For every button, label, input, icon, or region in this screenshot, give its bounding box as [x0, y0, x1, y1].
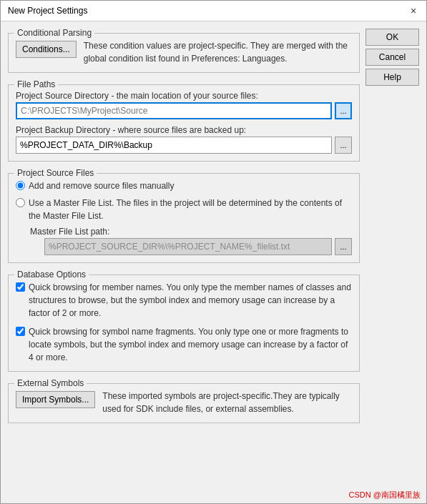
database-options-section: Database Options Quick browsing for memb…	[8, 275, 360, 372]
file-paths-content: Project Source Directory - the main loca…	[16, 91, 352, 154]
dialog-body: Conditional Parsing Conditions... These …	[1, 21, 426, 487]
check2[interactable]	[16, 327, 25, 336]
source-dir-row: ...	[16, 102, 352, 119]
help-button[interactable]: Help	[365, 69, 419, 86]
dialog-title: New Project Settings	[8, 6, 87, 16]
radio-manual-row: Add and remove source files manually	[16, 179, 352, 192]
file-paths-section: File Paths Project Source Directory - th…	[8, 84, 360, 162]
source-dir-browse[interactable]: ...	[335, 102, 352, 119]
source-dir-label: Project Source Directory - the main loca…	[16, 91, 352, 101]
cond-description: These condition values are project-speci…	[84, 39, 352, 65]
check1-label: Quick browsing for member names. You onl…	[29, 281, 352, 320]
radio-master-row: Use a Master File List. The files in the…	[16, 197, 352, 222]
main-content: Conditional Parsing Conditions... These …	[8, 29, 360, 480]
backup-dir-input[interactable]	[16, 137, 332, 154]
external-symbols-label: External Symbols	[14, 378, 87, 388]
external-symbols-section: External Symbols Import Symbols... These…	[8, 383, 360, 423]
import-symbols-button[interactable]: Import Symbols...	[16, 391, 95, 408]
radio-master-label: Use a Master File List. The files in the…	[29, 197, 352, 222]
check1[interactable]	[16, 282, 25, 292]
backup-dir-group: Project Backup Directory - where source …	[16, 125, 352, 154]
side-buttons: OK Cancel Help	[365, 29, 419, 480]
cond-row: Conditions... These condition values are…	[16, 39, 352, 65]
ok-button[interactable]: OK	[365, 29, 419, 46]
ext-row: Import Symbols... These imported symbols…	[16, 390, 352, 415]
master-path-browse[interactable]: ...	[335, 238, 352, 255]
dialog-window: New Project Settings × Conditional Parsi…	[0, 0, 427, 504]
source-files-content: Add and remove source files manually Use…	[16, 179, 352, 255]
radio-manual[interactable]	[16, 181, 25, 190]
check2-label: Quick browsing for symbol name fragments…	[29, 325, 352, 364]
master-path-input[interactable]	[44, 238, 332, 255]
radio-manual-label: Add and remove source files manually	[29, 179, 174, 192]
cancel-button[interactable]: Cancel	[365, 49, 419, 66]
master-path-group: Master File List path: ...	[30, 227, 352, 255]
database-options-label: Database Options	[14, 270, 89, 280]
backup-dir-browse[interactable]: ...	[335, 137, 352, 154]
conditions-button[interactable]: Conditions...	[16, 41, 77, 58]
radio-master[interactable]	[16, 198, 25, 207]
check1-row: Quick browsing for member names. You onl…	[16, 281, 352, 320]
db-content: Quick browsing for member names. You onl…	[16, 281, 352, 364]
conditional-parsing-label: Conditional Parsing	[14, 28, 94, 38]
close-button[interactable]: ×	[408, 5, 419, 16]
backup-dir-label: Project Backup Directory - where source …	[16, 125, 352, 135]
conditional-parsing-section: Conditional Parsing Conditions... These …	[8, 33, 360, 73]
ext-description: These imported symbols are project-speci…	[102, 390, 352, 415]
backup-dir-row: ...	[16, 137, 352, 154]
project-source-files-section: Project Source Files Add and remove sour…	[8, 173, 360, 263]
source-dir-input[interactable]	[16, 102, 332, 119]
master-path-row: ...	[44, 238, 352, 255]
file-paths-label: File Paths	[14, 79, 58, 89]
watermark: CSDN @南国橘里族	[1, 487, 426, 503]
source-dir-group: Project Source Directory - the main loca…	[16, 91, 352, 119]
source-files-label: Project Source Files	[14, 168, 97, 178]
title-bar: New Project Settings ×	[1, 1, 426, 21]
master-path-label: Master File List path:	[30, 227, 352, 237]
check2-row: Quick browsing for symbol name fragments…	[16, 325, 352, 364]
